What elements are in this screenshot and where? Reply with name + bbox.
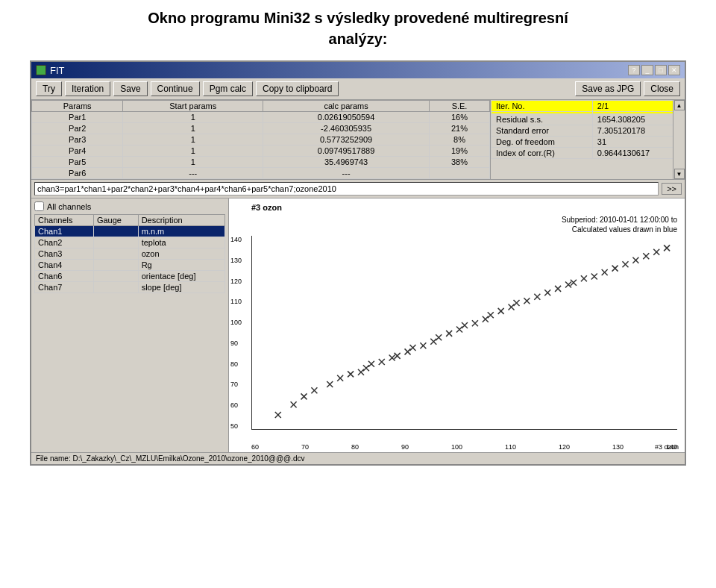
channel-description: orientace [deg] xyxy=(138,271,224,282)
formula-expand-button[interactable]: >> xyxy=(662,183,682,195)
se-value: 21% xyxy=(430,123,490,134)
iteration-button[interactable]: Iteration xyxy=(65,81,110,96)
param-name: Par4 xyxy=(32,146,123,157)
start-param: 1 xyxy=(123,123,263,134)
save-button[interactable]: Save xyxy=(113,81,147,96)
channel-gauge xyxy=(93,260,138,271)
se-value: 19% xyxy=(430,146,490,157)
calc-param: -2.460305935 xyxy=(263,123,430,134)
x-label: 120 xyxy=(559,443,570,451)
scrollbar[interactable]: ▲ ▼ xyxy=(673,100,685,179)
try-button[interactable]: Try xyxy=(36,81,62,96)
param-name: Par6 xyxy=(32,168,123,179)
col-params: Params xyxy=(32,101,123,112)
stats-row: Standard error 7.305120178 xyxy=(492,125,685,137)
col-se: S.E. xyxy=(430,101,490,112)
stats-row: Deg. of freedom 31 xyxy=(492,137,685,148)
param-name: Par1 xyxy=(32,112,123,123)
all-channels-row: All channels xyxy=(34,201,225,211)
y-axis-labels: 1401301201101009080706050 xyxy=(230,236,242,430)
table-row: Par5 1 35.4969743 38% xyxy=(32,157,490,168)
y-label: 130 xyxy=(230,257,242,264)
channel-gauge xyxy=(93,271,138,282)
pgm-calc-button[interactable]: Pgm calc xyxy=(203,81,253,96)
fit-window: FIT ? _ □ ✕ Try Iteration Save Continue … xyxy=(30,60,686,466)
start-param: 1 xyxy=(123,112,263,123)
x-label: 90 xyxy=(401,443,409,451)
minimize-button[interactable]: _ xyxy=(641,65,653,75)
all-channels-label: All channels xyxy=(47,202,91,211)
start-param: 1 xyxy=(123,134,263,146)
channel-name: Chan3 xyxy=(35,248,94,260)
calc-param: 0.02619050594 xyxy=(263,112,430,123)
close-window-button[interactable]: Close xyxy=(644,81,680,96)
param-name: Par5 xyxy=(32,157,123,168)
y-label: 100 xyxy=(230,319,242,326)
channels-table: Channels Gauge Description Chan1 m.n.m C… xyxy=(34,214,225,293)
stat-label: Residual s.s. xyxy=(492,114,593,125)
channel-name: Chan7 xyxy=(35,282,94,293)
col-calc-params: calc params xyxy=(263,101,430,112)
formula-input[interactable] xyxy=(34,182,659,196)
x-label: 110 xyxy=(505,443,516,451)
channel-row[interactable]: Chan7 slope [deg] xyxy=(35,282,225,293)
channel-row[interactable]: Chan2 teplota xyxy=(35,237,225,248)
channel-name: Chan1 xyxy=(35,226,94,237)
stats-table: Iter. No. 2/1 Residual s.s. 1654.308205 … xyxy=(491,100,685,159)
save-jpg-button[interactable]: Save as JPG xyxy=(575,81,641,96)
se-value: 8% xyxy=(430,134,490,146)
col-channel: Channels xyxy=(35,215,94,226)
channel-description: slope [deg] xyxy=(138,282,224,293)
channel-gauge xyxy=(93,237,138,248)
maximize-button[interactable]: □ xyxy=(655,65,667,75)
formula-bar: >> xyxy=(31,180,685,198)
chart-area: #3 ozon Subperiod: 2010-01-01 12:00:00 t… xyxy=(229,198,685,452)
y-label: 140 xyxy=(230,236,242,243)
params-table-wrapper: Params Start params calc params S.E. Par… xyxy=(31,100,491,179)
channel-description: m.n.m xyxy=(138,226,224,237)
channel-gauge xyxy=(93,248,138,260)
stat-value: 2/1 xyxy=(592,101,684,112)
info-button[interactable]: ? xyxy=(628,65,640,75)
title-bar: FIT ? _ □ ✕ xyxy=(31,62,685,78)
channel-row[interactable]: Chan3 ozon xyxy=(35,248,225,260)
y-label: 90 xyxy=(230,340,242,347)
channel-row[interactable]: Chan6 orientace [deg] xyxy=(35,271,225,282)
calc-param: --- xyxy=(263,168,430,179)
y-label: 50 xyxy=(230,422,242,430)
col-start-params: Start params xyxy=(123,101,263,112)
x-label: 60 xyxy=(251,443,259,451)
calc-param: 35.4969743 xyxy=(263,157,430,168)
stat-label: Iter. No. xyxy=(492,101,593,112)
stats-row: Residual s.s. 1654.308205 xyxy=(492,114,685,125)
window-title: FIT xyxy=(50,65,65,76)
y-label: 60 xyxy=(230,401,242,409)
stat-value: 7.305120178 xyxy=(592,125,684,137)
close-button[interactable]: ✕ xyxy=(668,65,680,75)
x-label: 130 xyxy=(612,443,624,451)
channel-row[interactable]: Chan4 Rg xyxy=(35,260,225,271)
continue-button[interactable]: Continue xyxy=(151,81,200,96)
y-label: 110 xyxy=(230,298,242,305)
channel-name: Chan2 xyxy=(35,237,94,248)
calc-param: 0.09749517889 xyxy=(263,146,430,157)
stats-table-wrapper: Iter. No. 2/1 Residual s.s. 1654.308205 … xyxy=(491,100,685,179)
scroll-up[interactable]: ▲ xyxy=(674,100,685,110)
stat-label: Deg. of freedom xyxy=(492,137,593,148)
channel-row[interactable]: Chan1 m.n.m xyxy=(35,226,225,237)
channel-description: teplota xyxy=(138,237,224,248)
copy-clipboard-button[interactable]: Copy to clipboard xyxy=(256,81,339,96)
status-bar: File name: D:\_Zakazky\_Cz\_MZLU\Emilka\… xyxy=(31,452,685,464)
col-gauge: Gauge xyxy=(93,215,138,226)
all-channels-checkbox[interactable] xyxy=(34,201,44,211)
chart-subtitle: Subperiod: 2010-01-01 12:00:00 to Calcul… xyxy=(562,215,677,234)
start-param: 1 xyxy=(123,157,263,168)
start-param: --- xyxy=(123,168,263,179)
scroll-down[interactable]: ▼ xyxy=(674,169,685,179)
table-row: Par6 --- --- xyxy=(32,168,490,179)
se-value: 16% xyxy=(430,112,490,123)
stat-label: Index of corr.(R) xyxy=(492,148,593,159)
toolbar: Try Iteration Save Continue Pgm calc Cop… xyxy=(31,78,685,100)
status-text: File name: D:\_Zakazky\_Cz\_MZLU\Emilka\… xyxy=(36,454,305,463)
channel-gauge xyxy=(93,282,138,293)
